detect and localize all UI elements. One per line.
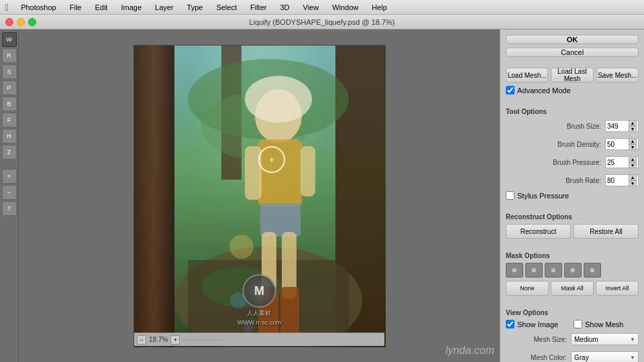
mask-icon-1[interactable]: ⊕ <box>506 263 523 278</box>
brush-size-label: Brush Size: <box>506 123 605 130</box>
main-layout: W R S P B F H Z + − ⇧ <box>0 29 644 362</box>
right-panel: OK Cancel Load Mesh... Load Last Mesh Sa… <box>500 29 644 362</box>
reconstruct-button[interactable]: Reconstruct <box>506 224 571 239</box>
close-button[interactable] <box>5 18 13 26</box>
mesh-color-arrow-icon: ▼ <box>630 355 635 361</box>
menu-file[interactable]: File <box>64 2 87 13</box>
watermark-logo: M <box>242 274 276 308</box>
tool-warp[interactable]: W <box>2 32 17 47</box>
mesh-size-select[interactable]: Medium ▼ <box>571 333 639 345</box>
cancel-button[interactable]: Cancel <box>506 48 639 57</box>
brush-density-input[interactable]: 50 ▲ ▼ <box>605 138 639 150</box>
load-mesh-button[interactable]: Load Mesh... <box>506 68 548 82</box>
none-button[interactable]: None <box>506 281 549 296</box>
mask-icon-2[interactable]: ⊕ <box>525 263 543 278</box>
load-last-mesh-button[interactable]: Load Last Mesh <box>551 68 593 82</box>
zoom-out-button[interactable]: − <box>137 335 146 345</box>
stylus-pressure-row: Stylus Pressure <box>506 191 639 200</box>
show-image-row: Show Image Show Mesh <box>506 320 639 328</box>
brush-pressure-down[interactable]: ▼ <box>629 162 637 168</box>
watermark-text2: WWW.rr-sc.com <box>237 319 281 326</box>
restore-all-button[interactable]: Restore All <box>574 224 639 239</box>
advanced-mode-checkbox[interactable] <box>506 86 515 95</box>
mask-all-button[interactable]: Mask All <box>551 281 594 296</box>
canvas-bottom-bar: − 18.7% + <box>134 333 384 346</box>
canvas-area: M 人人素材 WWW.rr-sc.com − 18.7% + lynda.com <box>19 29 500 362</box>
menu-select[interactable]: Select <box>211 2 242 13</box>
tool-mask-forward[interactable]: + <box>2 169 17 184</box>
mesh-buttons-row: Load Mesh... Load Last Mesh Save Mesh... <box>506 68 639 82</box>
tool-reconstruct[interactable]: R <box>2 48 17 63</box>
brush-rate-input[interactable]: 80 ▲ ▼ <box>605 174 639 186</box>
save-mesh-button[interactable]: Save Mesh... <box>596 68 639 82</box>
menu-photoshop[interactable]: Photoshop <box>15 2 62 13</box>
show-image-checkbox[interactable] <box>506 320 515 328</box>
advanced-mode-label: Advanced Mode <box>517 86 571 95</box>
brush-pressure-label: Brush Pressure: <box>506 159 605 166</box>
canvas-container[interactable]: M 人人素材 WWW.rr-sc.com − 18.7% + <box>133 45 385 347</box>
menu-type[interactable]: Type <box>182 2 209 13</box>
brush-size-up[interactable]: ▲ <box>629 120 637 126</box>
show-mesh-checkbox[interactable] <box>574 320 582 328</box>
brush-rate-up[interactable]: ▲ <box>629 174 637 180</box>
stylus-pressure-checkbox[interactable] <box>506 191 515 200</box>
tool-options-header: Tool Options <box>506 108 639 115</box>
tool-smooth[interactable]: S <box>2 64 17 79</box>
brush-rate-row: Brush Rate: 80 ▲ ▼ <box>506 174 639 186</box>
ok-button[interactable]: OK <box>506 35 639 44</box>
tool-hand[interactable]: H <box>2 129 17 143</box>
menu-3d[interactable]: 3D <box>274 2 294 13</box>
maximize-button[interactable] <box>28 18 36 26</box>
zoom-level: 18.7% <box>149 336 168 343</box>
tool-move[interactable]: ⇧ <box>2 201 17 216</box>
brush-size-row: Brush Size: 349 ▲ ▼ <box>506 120 639 132</box>
mesh-color-select[interactable]: Gray ▼ <box>571 351 639 362</box>
brush-density-label: Brush Density: <box>506 141 605 148</box>
mask-icon-5[interactable]: ⊕ <box>584 263 601 278</box>
brush-density-down[interactable]: ▼ <box>629 144 637 150</box>
zoom-in-button[interactable]: + <box>170 335 180 345</box>
lynda-watermark: lynda.com <box>445 345 494 357</box>
mesh-color-row: Mesh Color: Gray ▼ <box>506 351 639 362</box>
mesh-size-row: Mesh Size: Medium ▼ <box>506 333 639 345</box>
menu-edit[interactable]: Edit <box>89 2 113 13</box>
tool-bloat[interactable]: B <box>2 97 17 111</box>
menu-image[interactable]: Image <box>115 2 147 13</box>
tool-mask-back[interactable]: − <box>2 185 17 200</box>
menu-help[interactable]: Help <box>366 2 392 13</box>
brush-density-up[interactable]: ▲ <box>629 138 637 144</box>
invert-all-button[interactable]: Invert All <box>596 281 639 296</box>
minimize-button[interactable] <box>17 18 25 26</box>
reconstruct-options-header: Reconstruct Options <box>506 213 639 221</box>
tool-pucker[interactable]: P <box>2 80 17 95</box>
svg-rect-13 <box>301 146 315 196</box>
watermark-text1: 人人素材 <box>247 309 271 318</box>
brush-pressure-up[interactable]: ▲ <box>629 156 637 162</box>
mask-icon-3[interactable]: ⊕ <box>545 263 562 278</box>
window-controls <box>5 18 36 26</box>
tool-push-left[interactable]: F <box>2 113 17 127</box>
tool-zoom[interactable]: Z <box>2 145 17 160</box>
brush-size-down[interactable]: ▼ <box>629 126 637 132</box>
canvas-image[interactable]: M 人人素材 WWW.rr-sc.com <box>134 46 384 346</box>
menu-window[interactable]: Window <box>327 2 364 13</box>
brush-density-row: Brush Density: 50 ▲ ▼ <box>506 138 639 150</box>
view-options-header: View Options <box>506 309 639 316</box>
svg-rect-1 <box>134 46 174 347</box>
zoom-slider[interactable] <box>182 339 223 341</box>
window-title: Liquify (BODYSHAPE_liquefy.psd @ 18.7%) <box>249 18 394 26</box>
mask-icons-row: ⊕ ⊕ ⊕ ⊕ ⊕ <box>506 263 639 278</box>
advanced-mode-row: Advanced Mode <box>506 86 639 95</box>
menu-layer[interactable]: Layer <box>150 2 179 13</box>
brush-rate-down[interactable]: ▼ <box>629 180 637 186</box>
reconstruct-buttons-row: Reconstruct Restore All <box>506 224 639 239</box>
menu-view[interactable]: View <box>298 2 325 13</box>
brush-size-input[interactable]: 349 ▲ ▼ <box>605 120 639 132</box>
mask-icon-4[interactable]: ⊕ <box>564 263 582 278</box>
brush-pressure-input[interactable]: 25 ▲ ▼ <box>605 156 639 168</box>
menu-filter[interactable]: Filter <box>245 2 272 13</box>
brush-rate-label: Brush Rate: <box>506 177 605 184</box>
titlebar: Liquify (BODYSHAPE_liquefy.psd @ 18.7%) <box>0 15 644 29</box>
apple-logo-icon:  <box>5 2 9 13</box>
show-mesh-label: Show Mesh <box>585 320 623 328</box>
